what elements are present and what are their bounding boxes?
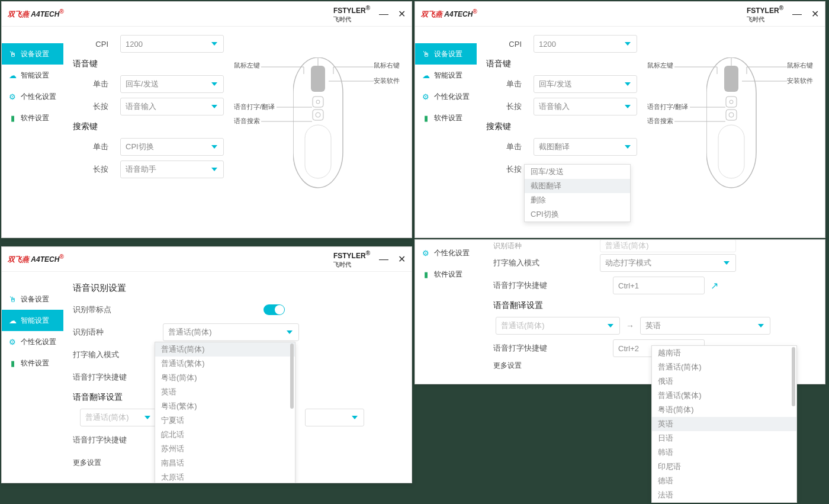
sidebar-item-personal[interactable]: ⚙个性化设置: [415, 242, 477, 264]
sidebar-item-software[interactable]: ▮软件设置: [415, 107, 477, 129]
minimize-button[interactable]: —: [793, 10, 801, 18]
lang-dropdown[interactable]: 普通话(简体) 普通话(繁体) 粤语(简体) 英语 粤语(繁体) 宁夏话 皖北话…: [155, 342, 295, 483]
sliders-icon: ⚙: [8, 337, 17, 346]
dropdown-option[interactable]: 截图翻译: [525, 179, 630, 193]
cloud-icon: ☁: [421, 70, 430, 80]
dropdown-option[interactable]: 普通话(简体): [155, 342, 295, 357]
external-link-icon[interactable]: ↗: [708, 280, 720, 291]
sidebar-item-software[interactable]: ▮软件设置: [2, 352, 63, 374]
close-button[interactable]: ✕: [397, 10, 406, 18]
dropdown-option[interactable]: 日语: [652, 431, 796, 445]
dropdown-option[interactable]: 皖北话: [155, 428, 295, 442]
sliders-icon: ⚙: [421, 248, 430, 258]
mode-select[interactable]: 动态打字模式: [600, 254, 736, 272]
dropdown-option[interactable]: CPI切换: [525, 207, 630, 221]
sidebar-item-device[interactable]: 🖱设备设置: [415, 43, 477, 65]
lang-select[interactable]: 普通话(简体): [600, 240, 736, 252]
scrollbar[interactable]: [792, 347, 795, 406]
punct-toggle[interactable]: [264, 304, 285, 315]
search-single-select[interactable]: CPI切换: [120, 138, 224, 156]
dropdown-option[interactable]: 英语: [652, 417, 796, 431]
sidebar-item-personal[interactable]: ⚙个性化设置: [2, 331, 63, 352]
chevron-down-icon: [619, 76, 637, 92]
voice-long-select[interactable]: 语音输入: [534, 98, 637, 115]
search-single-dropdown[interactable]: 回车/发送 截图翻译 删除 CPI切换: [524, 164, 631, 222]
hotkey2-label: 语音打字快捷键: [73, 435, 138, 445]
hotkey2-label: 语音打字快捷键: [493, 343, 558, 354]
scrollbar[interactable]: [290, 344, 294, 409]
close-button[interactable]: ✕: [811, 10, 819, 18]
brand-logo-right: FSTYLER®飞时代: [747, 5, 783, 24]
dropdown-option[interactable]: 西班牙语: [652, 502, 796, 503]
mouse-icon: 🖱: [8, 294, 17, 304]
dropdown-option[interactable]: 普通话(繁体): [652, 389, 796, 403]
arrow-right-icon: →: [626, 321, 634, 330]
sidebar-item-smart[interactable]: ☁智能设置: [2, 310, 63, 331]
dropdown-option[interactable]: 删除: [525, 193, 630, 207]
dropdown-option[interactable]: 苏州话: [155, 442, 295, 456]
trans-src-select[interactable]: 普通话(简体): [80, 409, 157, 426]
more-label: 更多设置: [493, 361, 522, 371]
brand-logo-left: 双飞燕 A4TECH®: [8, 8, 64, 20]
sidebar-item-device[interactable]: 🖱设备设置: [2, 43, 63, 65]
bookmark-icon: ▮: [421, 113, 430, 123]
cpi-select[interactable]: 1200: [120, 35, 224, 53]
dropdown-option[interactable]: 韩语: [652, 445, 796, 460]
trans-tgt-select[interactable]: 英语: [640, 317, 770, 335]
chevron-down-icon: [346, 409, 364, 426]
mouse-diagram: 鼠标左键 鼠标右键 安装软件 语音打字/翻译 语音搜索: [647, 57, 813, 211]
voice-long-select[interactable]: 语音输入: [120, 98, 224, 115]
cpi-select[interactable]: 1200: [534, 35, 637, 53]
dropdown-option[interactable]: 印尼语: [652, 460, 796, 474]
voice-single-select[interactable]: 回车/发送: [120, 75, 224, 93]
voice-single-select[interactable]: 回车/发送: [534, 75, 637, 93]
search-long-select[interactable]: 语音助手: [120, 160, 224, 178]
more-label: 更多设置: [73, 458, 101, 468]
hotkey-label: 语音打字快捷键: [493, 280, 558, 291]
bookmark-icon: ▮: [8, 113, 17, 123]
dropdown-option[interactable]: 粤语(简体): [652, 403, 796, 417]
dropdown-option[interactable]: 宁夏话: [155, 413, 295, 428]
dropdown-option[interactable]: 南昌话: [155, 456, 295, 470]
trans-heading: 语音翻译设置: [493, 300, 817, 311]
single-click-label: 单击: [73, 142, 108, 152]
sidebar-item-personal[interactable]: ⚙个性化设置: [2, 86, 63, 107]
sidebar-item-personal[interactable]: ⚙个性化设置: [415, 86, 477, 107]
dropdown-option[interactable]: 法语: [652, 488, 796, 502]
sidebar-item-device[interactable]: 🖱设备设置: [2, 288, 63, 310]
dropdown-option[interactable]: 德语: [652, 474, 796, 488]
brand-logo-right: FSTYLER®飞时代: [333, 250, 370, 269]
sidebar-item-smart[interactable]: ☁智能设置: [2, 65, 63, 86]
chevron-down-icon: [619, 36, 637, 52]
dropdown-option[interactable]: 越南语: [652, 346, 796, 360]
dropdown-option[interactable]: 普通话(繁体): [155, 357, 295, 371]
dropdown-option[interactable]: 俄语: [652, 374, 796, 389]
sidebar-item-smart[interactable]: ☁智能设置: [415, 65, 477, 86]
minimize-button[interactable]: —: [380, 255, 388, 264]
long-press-label: 长按: [486, 101, 522, 112]
hotkey-input[interactable]: Ctrl+1: [613, 277, 705, 294]
dropdown-option[interactable]: 太原话: [155, 470, 295, 483]
sliders-icon: ⚙: [8, 92, 17, 101]
dropdown-option[interactable]: 普通话(简体): [652, 360, 796, 374]
trans-src-select[interactable]: 普通话(简体): [496, 317, 620, 335]
close-button[interactable]: ✕: [397, 255, 406, 264]
lang-select[interactable]: 普通话(简体): [163, 323, 299, 341]
mode-label: 打字输入模式: [493, 258, 558, 268]
dropdown-option[interactable]: 粤语(简体): [155, 371, 295, 385]
chevron-down-icon: [139, 409, 156, 426]
lang-label: 识别语种: [73, 327, 138, 338]
dropdown-option[interactable]: 回车/发送: [525, 165, 630, 179]
trans-tgt-select[interactable]: [305, 409, 364, 426]
dropdown-option[interactable]: 英语: [155, 385, 295, 399]
trans-tgt-dropdown[interactable]: 越南语 普通话(简体) 俄语 普通话(繁体) 粤语(简体) 英语 日语 韩语 印…: [651, 345, 797, 503]
sidebar-item-software[interactable]: ▮软件设置: [2, 107, 63, 129]
long-press-label: 长按: [486, 164, 522, 175]
sidebar-item-software[interactable]: ▮软件设置: [415, 264, 477, 285]
dropdown-option[interactable]: 粤语(繁体): [155, 399, 295, 413]
search-single-select[interactable]: 截图翻译: [534, 138, 637, 156]
chevron-down-icon: [281, 324, 298, 341]
chevron-down-icon: [718, 255, 735, 271]
chevron-down-icon: [205, 36, 223, 52]
minimize-button[interactable]: —: [380, 10, 388, 18]
